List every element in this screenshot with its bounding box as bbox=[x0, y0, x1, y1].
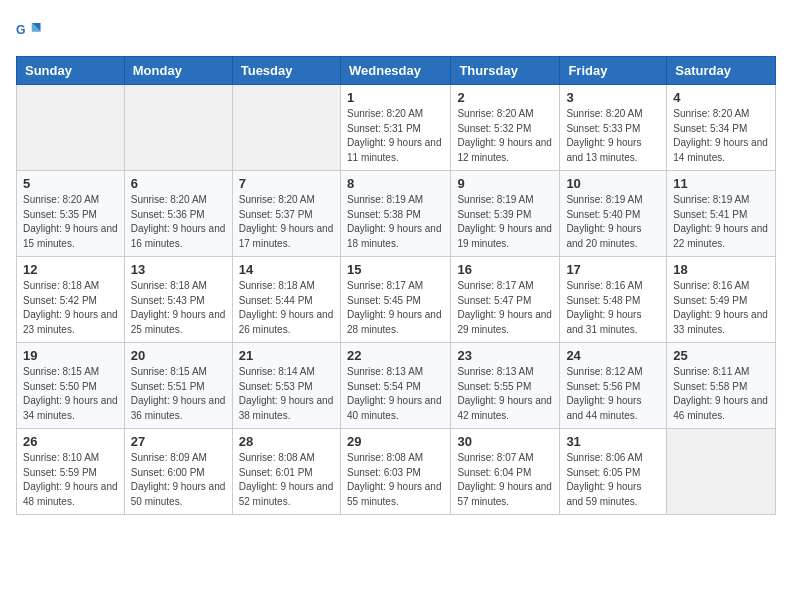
svg-text:G: G bbox=[16, 23, 26, 37]
day-info: Sunrise: 8:10 AMSunset: 5:59 PMDaylight:… bbox=[23, 451, 118, 509]
calendar-cell: 14Sunrise: 8:18 AMSunset: 5:44 PMDayligh… bbox=[232, 257, 340, 343]
calendar-cell: 8Sunrise: 8:19 AMSunset: 5:38 PMDaylight… bbox=[340, 171, 450, 257]
day-info: Sunrise: 8:16 AMSunset: 5:49 PMDaylight:… bbox=[673, 279, 769, 337]
calendar-week-row: 19Sunrise: 8:15 AMSunset: 5:50 PMDayligh… bbox=[17, 343, 776, 429]
page-header: G bbox=[16, 16, 776, 44]
day-number: 27 bbox=[131, 434, 226, 449]
day-info: Sunrise: 8:19 AMSunset: 5:40 PMDaylight:… bbox=[566, 193, 660, 251]
day-info: Sunrise: 8:18 AMSunset: 5:44 PMDaylight:… bbox=[239, 279, 334, 337]
day-number: 18 bbox=[673, 262, 769, 277]
day-number: 6 bbox=[131, 176, 226, 191]
day-info: Sunrise: 8:20 AMSunset: 5:31 PMDaylight:… bbox=[347, 107, 444, 165]
day-info: Sunrise: 8:18 AMSunset: 5:43 PMDaylight:… bbox=[131, 279, 226, 337]
weekday-header-cell: Saturday bbox=[667, 57, 776, 85]
calendar-week-row: 1Sunrise: 8:20 AMSunset: 5:31 PMDaylight… bbox=[17, 85, 776, 171]
day-number: 12 bbox=[23, 262, 118, 277]
day-info: Sunrise: 8:11 AMSunset: 5:58 PMDaylight:… bbox=[673, 365, 769, 423]
logo: G bbox=[16, 16, 48, 44]
day-info: Sunrise: 8:17 AMSunset: 5:45 PMDaylight:… bbox=[347, 279, 444, 337]
calendar-cell: 7Sunrise: 8:20 AMSunset: 5:37 PMDaylight… bbox=[232, 171, 340, 257]
day-number: 8 bbox=[347, 176, 444, 191]
calendar-cell: 26Sunrise: 8:10 AMSunset: 5:59 PMDayligh… bbox=[17, 429, 125, 515]
day-number: 24 bbox=[566, 348, 660, 363]
day-number: 20 bbox=[131, 348, 226, 363]
day-info: Sunrise: 8:15 AMSunset: 5:50 PMDaylight:… bbox=[23, 365, 118, 423]
day-number: 7 bbox=[239, 176, 334, 191]
calendar-cell: 17Sunrise: 8:16 AMSunset: 5:48 PMDayligh… bbox=[560, 257, 667, 343]
calendar-cell: 19Sunrise: 8:15 AMSunset: 5:50 PMDayligh… bbox=[17, 343, 125, 429]
day-number: 15 bbox=[347, 262, 444, 277]
day-number: 10 bbox=[566, 176, 660, 191]
calendar-body: 1Sunrise: 8:20 AMSunset: 5:31 PMDaylight… bbox=[17, 85, 776, 515]
day-number: 17 bbox=[566, 262, 660, 277]
day-number: 13 bbox=[131, 262, 226, 277]
weekday-header-row: SundayMondayTuesdayWednesdayThursdayFrid… bbox=[17, 57, 776, 85]
day-number: 19 bbox=[23, 348, 118, 363]
calendar-cell: 10Sunrise: 8:19 AMSunset: 5:40 PMDayligh… bbox=[560, 171, 667, 257]
day-info: Sunrise: 8:20 AMSunset: 5:35 PMDaylight:… bbox=[23, 193, 118, 251]
day-info: Sunrise: 8:18 AMSunset: 5:42 PMDaylight:… bbox=[23, 279, 118, 337]
day-info: Sunrise: 8:08 AMSunset: 6:01 PMDaylight:… bbox=[239, 451, 334, 509]
calendar-cell: 13Sunrise: 8:18 AMSunset: 5:43 PMDayligh… bbox=[124, 257, 232, 343]
calendar-cell: 31Sunrise: 8:06 AMSunset: 6:05 PMDayligh… bbox=[560, 429, 667, 515]
calendar-cell: 5Sunrise: 8:20 AMSunset: 5:35 PMDaylight… bbox=[17, 171, 125, 257]
day-number: 30 bbox=[457, 434, 553, 449]
day-number: 26 bbox=[23, 434, 118, 449]
day-info: Sunrise: 8:16 AMSunset: 5:48 PMDaylight:… bbox=[566, 279, 660, 337]
day-number: 14 bbox=[239, 262, 334, 277]
calendar-cell: 9Sunrise: 8:19 AMSunset: 5:39 PMDaylight… bbox=[451, 171, 560, 257]
calendar-cell: 2Sunrise: 8:20 AMSunset: 5:32 PMDaylight… bbox=[451, 85, 560, 171]
day-info: Sunrise: 8:09 AMSunset: 6:00 PMDaylight:… bbox=[131, 451, 226, 509]
day-number: 4 bbox=[673, 90, 769, 105]
day-number: 31 bbox=[566, 434, 660, 449]
day-number: 9 bbox=[457, 176, 553, 191]
calendar-week-row: 5Sunrise: 8:20 AMSunset: 5:35 PMDaylight… bbox=[17, 171, 776, 257]
calendar-cell: 11Sunrise: 8:19 AMSunset: 5:41 PMDayligh… bbox=[667, 171, 776, 257]
calendar-cell: 21Sunrise: 8:14 AMSunset: 5:53 PMDayligh… bbox=[232, 343, 340, 429]
calendar-cell: 20Sunrise: 8:15 AMSunset: 5:51 PMDayligh… bbox=[124, 343, 232, 429]
calendar-cell: 4Sunrise: 8:20 AMSunset: 5:34 PMDaylight… bbox=[667, 85, 776, 171]
day-number: 23 bbox=[457, 348, 553, 363]
day-info: Sunrise: 8:19 AMSunset: 5:41 PMDaylight:… bbox=[673, 193, 769, 251]
weekday-header-cell: Monday bbox=[124, 57, 232, 85]
calendar-cell: 6Sunrise: 8:20 AMSunset: 5:36 PMDaylight… bbox=[124, 171, 232, 257]
day-number: 25 bbox=[673, 348, 769, 363]
calendar-cell bbox=[124, 85, 232, 171]
calendar-cell: 29Sunrise: 8:08 AMSunset: 6:03 PMDayligh… bbox=[340, 429, 450, 515]
calendar-cell bbox=[17, 85, 125, 171]
logo-icon: G bbox=[16, 16, 44, 44]
calendar-cell: 22Sunrise: 8:13 AMSunset: 5:54 PMDayligh… bbox=[340, 343, 450, 429]
day-info: Sunrise: 8:20 AMSunset: 5:36 PMDaylight:… bbox=[131, 193, 226, 251]
day-info: Sunrise: 8:20 AMSunset: 5:34 PMDaylight:… bbox=[673, 107, 769, 165]
calendar-cell: 28Sunrise: 8:08 AMSunset: 6:01 PMDayligh… bbox=[232, 429, 340, 515]
calendar-table: SundayMondayTuesdayWednesdayThursdayFrid… bbox=[16, 56, 776, 515]
calendar-cell: 23Sunrise: 8:13 AMSunset: 5:55 PMDayligh… bbox=[451, 343, 560, 429]
day-number: 16 bbox=[457, 262, 553, 277]
day-number: 28 bbox=[239, 434, 334, 449]
day-info: Sunrise: 8:19 AMSunset: 5:39 PMDaylight:… bbox=[457, 193, 553, 251]
calendar-cell bbox=[667, 429, 776, 515]
day-number: 3 bbox=[566, 90, 660, 105]
day-info: Sunrise: 8:19 AMSunset: 5:38 PMDaylight:… bbox=[347, 193, 444, 251]
weekday-header-cell: Sunday bbox=[17, 57, 125, 85]
calendar-cell: 16Sunrise: 8:17 AMSunset: 5:47 PMDayligh… bbox=[451, 257, 560, 343]
day-info: Sunrise: 8:06 AMSunset: 6:05 PMDaylight:… bbox=[566, 451, 660, 509]
day-number: 11 bbox=[673, 176, 769, 191]
day-info: Sunrise: 8:13 AMSunset: 5:54 PMDaylight:… bbox=[347, 365, 444, 423]
day-info: Sunrise: 8:20 AMSunset: 5:37 PMDaylight:… bbox=[239, 193, 334, 251]
calendar-cell: 25Sunrise: 8:11 AMSunset: 5:58 PMDayligh… bbox=[667, 343, 776, 429]
day-number: 29 bbox=[347, 434, 444, 449]
calendar-cell: 18Sunrise: 8:16 AMSunset: 5:49 PMDayligh… bbox=[667, 257, 776, 343]
day-number: 1 bbox=[347, 90, 444, 105]
calendar-week-row: 12Sunrise: 8:18 AMSunset: 5:42 PMDayligh… bbox=[17, 257, 776, 343]
day-number: 22 bbox=[347, 348, 444, 363]
day-info: Sunrise: 8:08 AMSunset: 6:03 PMDaylight:… bbox=[347, 451, 444, 509]
calendar-cell: 24Sunrise: 8:12 AMSunset: 5:56 PMDayligh… bbox=[560, 343, 667, 429]
day-info: Sunrise: 8:15 AMSunset: 5:51 PMDaylight:… bbox=[131, 365, 226, 423]
day-info: Sunrise: 8:07 AMSunset: 6:04 PMDaylight:… bbox=[457, 451, 553, 509]
calendar-cell: 27Sunrise: 8:09 AMSunset: 6:00 PMDayligh… bbox=[124, 429, 232, 515]
calendar-cell: 15Sunrise: 8:17 AMSunset: 5:45 PMDayligh… bbox=[340, 257, 450, 343]
weekday-header-cell: Wednesday bbox=[340, 57, 450, 85]
day-info: Sunrise: 8:20 AMSunset: 5:33 PMDaylight:… bbox=[566, 107, 660, 165]
calendar-cell: 1Sunrise: 8:20 AMSunset: 5:31 PMDaylight… bbox=[340, 85, 450, 171]
